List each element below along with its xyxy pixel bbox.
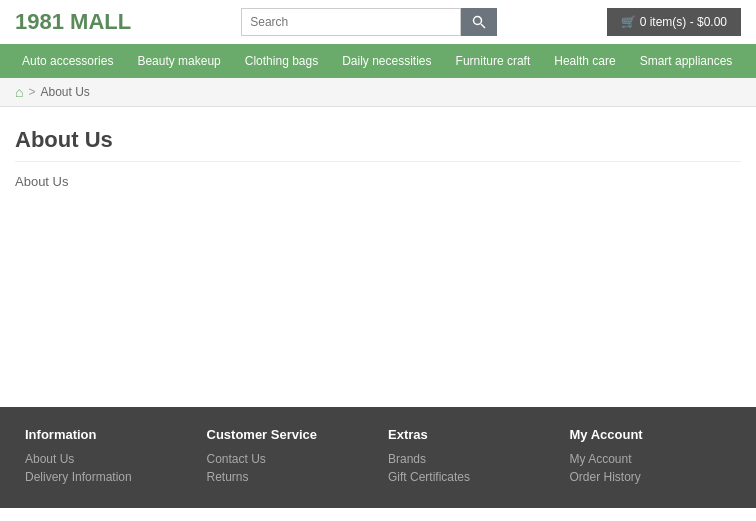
search-bar [241,8,497,36]
header: 1981 MALL 🛒 0 item(s) - $0.00 [0,0,756,44]
page-subtitle: About Us [15,174,741,189]
footer-order-history[interactable]: Order History [570,470,732,484]
nav-item-auto-accessories[interactable]: Auto accessories [10,44,125,78]
nav-item-daily-necessities[interactable]: Daily necessities [330,44,443,78]
breadcrumb: ⌂ > About Us [0,78,756,107]
nav-item-smart-appliances[interactable]: Smart appliances [628,44,745,78]
search-input[interactable] [241,8,461,36]
cart-icon: 🛒 [621,15,639,29]
footer-customer-service: Customer Service Contact Us Returns [197,427,379,488]
search-icon [472,15,486,29]
footer-customer-service-title: Customer Service [207,427,369,442]
nav-item-clothing-bags[interactable]: Clothing bags [233,44,330,78]
footer-my-account-title: My Account [570,427,732,442]
main-content: About Us About Us [0,107,756,407]
breadcrumb-current: About Us [40,85,89,99]
cart-button[interactable]: 🛒 0 item(s) - $0.00 [607,8,741,36]
footer-returns[interactable]: Returns [207,470,369,484]
footer-my-account: My Account My Account Order History [560,427,742,488]
footer-brands[interactable]: Brands [388,452,550,466]
logo[interactable]: 1981 MALL [15,9,131,35]
search-button[interactable] [461,8,497,36]
breadcrumb-separator: > [28,85,35,99]
page-title: About Us [15,127,741,162]
nav-item-furniture-craft[interactable]: Furniture craft [444,44,543,78]
footer-information-title: Information [25,427,187,442]
svg-point-0 [474,17,482,25]
nav-item-beauty-makeup[interactable]: Beauty makeup [125,44,232,78]
footer-my-account-link[interactable]: My Account [570,452,732,466]
svg-line-1 [481,24,485,28]
footer-delivery-information[interactable]: Delivery Information [25,470,187,484]
cart-label: 0 item(s) - $0.00 [640,15,727,29]
footer-about-us[interactable]: About Us [25,452,187,466]
footer-contact-us[interactable]: Contact Us [207,452,369,466]
footer-information: Information About Us Delivery Informatio… [15,427,197,488]
footer-extras: Extras Brands Gift Certificates [378,427,560,488]
home-icon[interactable]: ⌂ [15,84,23,100]
footer-extras-title: Extras [388,427,550,442]
nav-bar: Auto accessories Beauty makeup Clothing … [0,44,756,78]
nav-item-health-care[interactable]: Health care [542,44,627,78]
footer-gift-certificates[interactable]: Gift Certificates [388,470,550,484]
footer: Information About Us Delivery Informatio… [0,407,756,508]
